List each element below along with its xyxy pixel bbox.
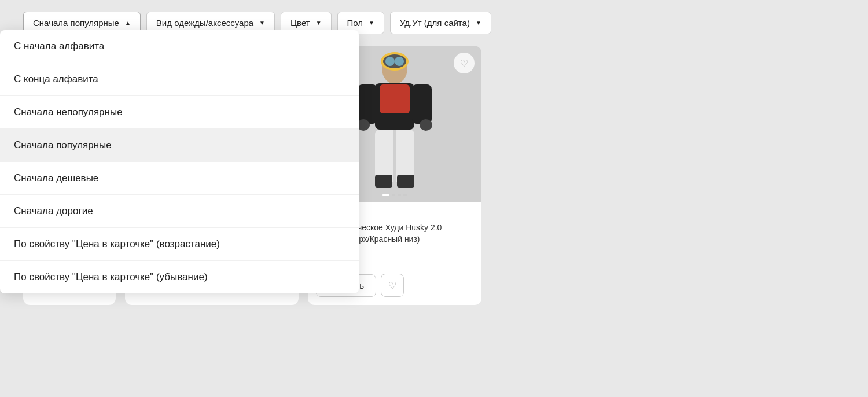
wishlist-heart-icon: ♡ — [388, 280, 396, 291]
color-arrow-icon: ▼ — [316, 20, 322, 26]
clothing-arrow-icon: ▼ — [259, 20, 265, 26]
dropdown-item-unpopular-first[interactable]: Сначала непопулярные — [0, 96, 359, 129]
svg-rect-17 — [380, 84, 410, 113]
svg-point-14 — [385, 57, 395, 66]
dot-h-3 — [398, 194, 401, 196]
husky-image-svg — [348, 49, 441, 199]
svg-rect-22 — [375, 175, 392, 188]
sort-dropdown: С начала алфавита С конца алфавита Снача… — [0, 30, 359, 293]
dropdown-item-alphabet-asc[interactable]: С начала алфавита — [0, 30, 359, 63]
clothing-filter-label: Вид одежды/аксессуара — [156, 18, 253, 28]
delivery-filter-label: Уд.Ут (для сайта) — [400, 18, 470, 28]
dot-h-4 — [403, 194, 407, 196]
husky-heart-button[interactable]: ♡ — [454, 53, 475, 73]
svg-rect-21 — [393, 130, 396, 182]
svg-point-25 — [420, 119, 432, 131]
color-filter-label: Цвет — [290, 18, 310, 28]
sort-filter-label: Сначала популярные — [33, 18, 119, 28]
dot-h-1 — [382, 194, 389, 196]
svg-point-15 — [395, 57, 404, 66]
svg-rect-19 — [412, 84, 432, 124]
svg-point-24 — [357, 119, 370, 131]
delivery-arrow-icon: ▼ — [476, 20, 481, 26]
dropdown-item-expensive-first[interactable]: Сначала дорогие — [0, 195, 359, 228]
dropdown-item-price-card-asc[interactable]: По свойству "Цена в карточке" (возрастан… — [0, 228, 359, 261]
dropdown-item-popular-first[interactable]: Сначала популярные — [0, 129, 359, 162]
svg-rect-18 — [358, 84, 377, 124]
dropdown-item-alphabet-desc[interactable]: С конца алфавита — [0, 63, 359, 96]
delivery-filter-button[interactable]: Уд.Ут (для сайта) ▼ — [390, 12, 491, 34]
gender-filter-label: Пол — [347, 18, 363, 28]
husky-image-dots — [382, 194, 407, 196]
dropdown-item-price-card-desc[interactable]: По свойству "Цена в карточке" (убывание) — [0, 261, 359, 293]
svg-rect-23 — [397, 175, 414, 188]
sort-arrow-icon: ▲ — [125, 20, 131, 26]
dropdown-item-cheap-first[interactable]: Сначала дешевые — [0, 162, 359, 195]
gender-arrow-icon: ▼ — [369, 20, 374, 26]
dot-h-2 — [392, 194, 395, 196]
wishlist-button-husky[interactable]: ♡ — [381, 274, 404, 297]
husky-heart-icon: ♡ — [460, 58, 468, 69]
